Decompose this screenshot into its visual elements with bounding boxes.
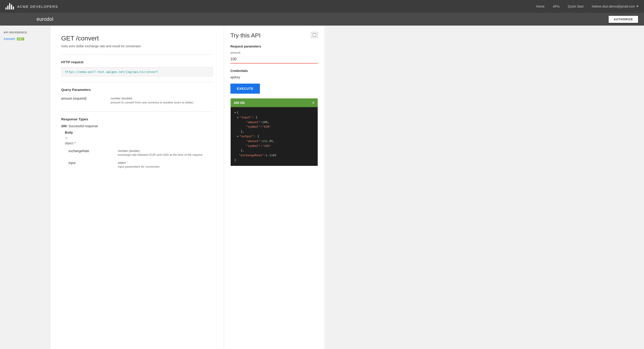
expand-panel-button[interactable]	[311, 32, 318, 38]
endpoint-method: GET	[61, 35, 74, 42]
get-badge: GET	[17, 38, 24, 40]
http-request-label: HTTP request	[61, 60, 213, 64]
logo-bar-5	[13, 6, 14, 10]
nav-home[interactable]: Home	[536, 4, 544, 8]
logo-bar-1	[6, 7, 6, 10]
amount-field-group: amount	[230, 51, 318, 64]
request-params-label: Request parameters	[230, 44, 318, 48]
execute-button[interactable]: EXECUTE	[230, 84, 260, 94]
logo-bar-4	[11, 4, 12, 10]
response-json: ▼ { ▼ "input": { "amount": 100, "symbol"…	[231, 107, 318, 166]
param-name: amount (required)	[61, 95, 107, 106]
divider-1	[61, 54, 213, 54]
response-code: 200: Successful response	[61, 124, 213, 128]
divider-3	[61, 112, 213, 112]
param-desc: amount to convert from one currency to a…	[110, 101, 213, 104]
nav-apis[interactable]: APIs	[553, 4, 560, 8]
close-response-button[interactable]: ×	[312, 101, 314, 105]
schema-desc-2: input parameters for conversion	[118, 165, 213, 168]
top-nav: ACME DEVELOPERS Home APIs Quick Start he…	[0, 0, 644, 13]
schema-field-name-1: exchangeRate	[68, 147, 114, 158]
logo-bar-2	[7, 6, 8, 10]
param-details: number (double) amount to convert from o…	[107, 95, 213, 106]
response-200-code: 200:	[61, 124, 68, 128]
schema-desc-1: exchange rate between EUR and USD at the…	[118, 153, 213, 156]
authorize-button[interactable]: AUTHORIZE	[608, 15, 638, 23]
amount-input[interactable]	[230, 55, 318, 64]
sidebar-item-convert[interactable]: /convert GET	[4, 36, 46, 42]
divider-2	[61, 82, 213, 82]
chevron-down-icon	[636, 6, 638, 7]
schema-field-name-2: input	[68, 158, 114, 170]
amount-label: amount	[230, 51, 318, 54]
collapse-icon-3[interactable]: ▼	[237, 134, 239, 139]
json-input-close: },	[234, 129, 314, 134]
top-nav-left: ACME DEVELOPERS	[6, 3, 58, 10]
response-status-bar: 200 OK ×	[231, 98, 318, 107]
try-panel: Try this API Request parameters amount C…	[224, 26, 324, 349]
collapse-icon-1[interactable]: ▼	[234, 111, 236, 115]
params-table: amount (required) number (double) amount…	[61, 95, 213, 106]
response-section: Response Types 200: Successful response …	[61, 117, 213, 170]
logo-bar-3	[9, 3, 10, 10]
body-label: Body	[61, 131, 213, 134]
sub-header-title: eurodol	[36, 16, 53, 22]
query-params-label: Query Parameters	[61, 88, 213, 92]
json-input-open: ▼ "input": {	[234, 115, 314, 120]
credentials-label: Credentials	[230, 69, 318, 73]
url-box: https://emea-poc7-test.apigee.net/jog/ap…	[61, 67, 213, 76]
expand-square-icon	[313, 33, 316, 37]
wildcard-label: */*	[65, 136, 213, 140]
schema-fields: exchangeRate number (double) exchange ra…	[65, 147, 213, 170]
schema-type-2: object ˅	[118, 161, 213, 164]
endpoint-description: Gets euro dollar exchange rate and resul…	[61, 44, 213, 48]
json-output-close: },	[234, 148, 314, 153]
endpoint-title: GET /convert	[61, 35, 213, 42]
nav-quick-start[interactable]: Quick Start	[568, 4, 584, 8]
endpoint-path: /convert	[76, 35, 99, 42]
json-close: }	[234, 158, 314, 162]
object-label: object ^	[65, 142, 213, 145]
sidebar: API REFERENCE /convert GET	[0, 26, 50, 349]
top-nav-right: Home APIs Quick Start helene.dozi.demo@g…	[536, 4, 638, 8]
json-output-symbol: "symbol": "USD"	[234, 144, 314, 148]
try-panel-title: Try this API	[230, 32, 260, 39]
response-200-desc: Successful response	[68, 124, 98, 128]
json-output-open: ▼ "output": {	[234, 134, 314, 139]
schema-section: */* object ^ exchangeRate number (double…	[61, 136, 213, 170]
response-box: 200 OK × ▼ { ▼ "input": { "amount": 100,…	[230, 98, 318, 166]
logo-icon	[6, 3, 14, 10]
response-status: 200 OK	[234, 101, 245, 104]
json-input-amount: "amount": 100,	[234, 120, 314, 125]
user-menu[interactable]: helene.dozi.demo@gmail.com	[592, 4, 638, 8]
schema-type-1: number (double)	[118, 149, 213, 152]
brand-name: ACME DEVELOPERS	[17, 4, 58, 8]
schema-row-input: input object ˅ input parameters for conv…	[68, 158, 213, 170]
schema-row-exchangerate: exchangeRate number (double) exchange ra…	[68, 147, 213, 158]
json-exchange-rate: "exchangeRate": 1.1185	[234, 153, 314, 158]
user-email: helene.dozi.demo@gmail.com	[592, 4, 635, 8]
json-output-amount: "amount": 111.85,	[234, 139, 314, 144]
sub-header: eurodol AUTHORIZE	[0, 13, 644, 26]
schema-table: exchangeRate number (double) exchange ra…	[68, 147, 213, 170]
schema-field-details-1: number (double) exchange rate between EU…	[114, 147, 213, 158]
schema-field-details-2: object ˅ input parameters for conversion	[114, 158, 213, 170]
json-line-open: ▼ {	[234, 110, 314, 115]
collapse-icon-2[interactable]: ▼	[237, 116, 239, 120]
credentials-section: Credentials apiKey	[230, 69, 318, 79]
param-type: number (double)	[110, 96, 213, 100]
json-input-symbol: "symbol": "EUR"	[234, 124, 314, 129]
table-row: amount (required) number (double) amount…	[61, 95, 213, 106]
response-types-label: Response Types	[61, 117, 213, 121]
sidebar-item-label: /convert	[4, 37, 15, 41]
try-panel-header: Try this API	[230, 32, 318, 39]
sidebar-section-title: API REFERENCE	[4, 31, 46, 34]
main-content: GET /convert Gets euro dollar exchange r…	[50, 26, 224, 349]
page-layout: API REFERENCE /convert GET GET /convert …	[0, 26, 644, 349]
api-key-label: apiKey	[230, 75, 318, 79]
